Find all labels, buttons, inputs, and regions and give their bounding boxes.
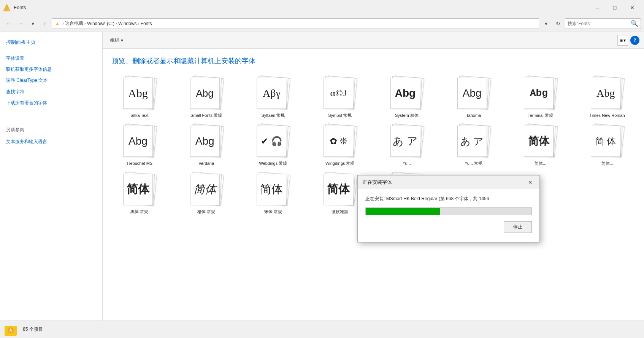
font-name-label: Yu... xyxy=(403,161,411,166)
font-item[interactable]: 简 体 简体... xyxy=(575,123,639,168)
dialog-title: 正在安装字体 xyxy=(362,179,526,186)
path-chevron-button[interactable]: ▾ xyxy=(541,18,551,29)
font-icon: 简体 xyxy=(254,173,292,207)
font-name-label: Times New Roman xyxy=(590,113,625,118)
sidebar-control-panel[interactable]: 控制面板主页 xyxy=(0,37,102,47)
font-item[interactable]: ✿ ❊ Wingdings 常规 xyxy=(308,123,372,168)
font-item[interactable]: Abg Trebuchet MS xyxy=(107,123,172,168)
path-icon: ▲ xyxy=(55,21,60,26)
toolbar-right: ⊞ ▾ ? xyxy=(617,35,639,46)
font-icon: あ ア xyxy=(388,125,426,159)
font-preview-text: あ ア xyxy=(460,135,484,148)
organize-button[interactable]: 组织 ▾ xyxy=(107,35,126,45)
font-icon: あ ア xyxy=(455,125,493,159)
page-front: Abg xyxy=(190,78,220,109)
sidebar-download-fonts[interactable]: 下载所有语言的字体 xyxy=(0,97,102,108)
font-name-label: 黑体 常规 xyxy=(130,209,148,214)
font-name-label: Sitka Text xyxy=(130,113,149,118)
font-item[interactable]: Abg Times New Roman xyxy=(575,75,639,120)
maximize-button[interactable]: □ xyxy=(606,0,623,15)
font-preview-text: ✔ 🎧 xyxy=(261,136,282,147)
minimize-button[interactable]: – xyxy=(588,0,606,15)
font-icon: α©J xyxy=(321,77,359,111)
page-front: Abg xyxy=(457,78,487,109)
font-icon: ✔ 🎧 xyxy=(254,125,292,159)
font-name-label: Small Fonts 常规 xyxy=(190,113,222,118)
font-item[interactable]: あ ア Yu... xyxy=(374,123,439,168)
font-preview-text: Abg xyxy=(128,135,148,147)
dialog-close-button[interactable]: ✕ xyxy=(526,178,535,187)
progress-bar-fill xyxy=(366,208,440,215)
path-separator: › xyxy=(62,21,64,26)
dialog-body: 正在安装: MSmart HK Bold Regular (第 668 个字体，… xyxy=(358,189,539,242)
font-preview-text: 简体 xyxy=(528,134,549,148)
progress-bar-background xyxy=(365,207,532,215)
sidebar-cleartype[interactable]: 调整 ClearType 文本 xyxy=(0,75,102,86)
sidebar-online-fonts[interactable]: 联机获取更多字体信息 xyxy=(0,64,102,75)
font-item[interactable]: Abg Small Fonts 常规 xyxy=(174,75,239,120)
path-part-2: Windows (C:) xyxy=(87,21,114,26)
page-front: ✿ ❊ xyxy=(324,126,353,157)
page-front: Abg xyxy=(190,126,220,157)
font-preview-text: Aβγ xyxy=(263,87,281,99)
font-preview-text: あ ア xyxy=(393,134,418,148)
page-front: 简体 xyxy=(257,174,286,205)
font-name-label: Trebuchet MS xyxy=(127,161,153,166)
font-item[interactable]: Abg Tahoma xyxy=(441,75,506,120)
font-item[interactable]: 简体 楷体 常规 xyxy=(174,171,239,217)
font-name-label: Verdana xyxy=(198,161,214,166)
recent-button[interactable]: ▾ xyxy=(27,18,38,29)
font-item[interactable]: Aβγ Sylfaen 常规 xyxy=(241,75,306,120)
page-front: 简 体 xyxy=(591,126,620,157)
address-path[interactable]: ▲ › 这台电脑 › Windows (C:) › Windows › Font… xyxy=(52,18,539,29)
close-button[interactable]: ✕ xyxy=(623,0,641,15)
font-item[interactable]: α©J Symbol 常规 xyxy=(308,75,372,120)
page-front: ✔ 🎧 xyxy=(257,126,286,157)
back-button[interactable]: ← xyxy=(3,18,14,29)
font-name-label: Webdings 常规 xyxy=(259,161,287,166)
font-icon: ✿ ❊ xyxy=(321,125,359,159)
help-button[interactable]: ? xyxy=(630,36,639,45)
search-box[interactable]: 🔍 xyxy=(565,18,641,29)
font-name-label: Tahoma xyxy=(466,113,481,118)
font-icon: 简体 xyxy=(121,173,159,207)
font-item[interactable]: Abg Sitka Text xyxy=(107,75,172,120)
sidebar-section-links: 字体设置 联机获取更多字体信息 调整 ClearType 文本 查找字符 下载所… xyxy=(0,53,102,108)
font-name-label: 简体... xyxy=(535,161,546,166)
sidebar: 控制面板主页 字体设置 联机获取更多字体信息 调整 ClearType 文本 查… xyxy=(0,32,103,320)
search-input[interactable] xyxy=(568,21,631,26)
sidebar-font-settings[interactable]: 字体设置 xyxy=(0,53,102,64)
font-item[interactable]: Abg Verdana xyxy=(174,123,239,168)
font-preview-text: α©J xyxy=(330,88,347,99)
font-item[interactable]: Abg Terminal 常规 xyxy=(508,75,573,120)
font-preview-text: 简体 xyxy=(327,182,350,197)
sidebar-also-section: 另请参阅 文本服务和输入语言 xyxy=(0,124,102,147)
page-front: Abg xyxy=(123,126,153,157)
view-button[interactable]: ⊞ ▾ xyxy=(617,35,628,46)
font-item[interactable]: 简体 黑体 常规 xyxy=(107,171,172,217)
font-icon: 简 体 xyxy=(588,125,626,159)
window-controls: – □ ✕ xyxy=(588,0,641,15)
font-icon: Abg xyxy=(521,77,559,111)
titlebar: Fonts – □ ✕ xyxy=(0,0,644,15)
font-item[interactable]: ✔ 🎧 Webdings 常规 xyxy=(241,123,306,168)
content-toolbar: 组织 ▾ ⊞ ▾ ? xyxy=(103,32,644,49)
forward-button[interactable]: → xyxy=(15,18,26,29)
page-front: Abg xyxy=(524,78,554,109)
refresh-button[interactable]: ↻ xyxy=(553,18,563,29)
path-part-3: Windows xyxy=(118,21,137,26)
font-icon: 简体 xyxy=(521,125,559,159)
stop-button[interactable]: 停止 xyxy=(504,221,532,233)
up-button[interactable]: ↑ xyxy=(40,18,50,29)
font-item[interactable]: 简体 简体... xyxy=(508,123,573,168)
sidebar-text-services[interactable]: 文本服务和输入语言 xyxy=(0,136,102,147)
page-heading-section: 预览、删除或者显示和隐藏计算机上安装的字体 xyxy=(103,49,644,72)
sidebar-find-char[interactable]: 查找字符 xyxy=(0,86,102,97)
dialog-titlebar: 正在安装字体 ✕ xyxy=(358,175,539,189)
statusbar: A 85 个项目 xyxy=(0,320,644,338)
font-item[interactable]: Abg System 粗体 xyxy=(374,75,439,120)
font-item[interactable]: あ ア Yu... 常规 xyxy=(441,123,506,168)
main-layout: 控制面板主页 字体设置 联机获取更多字体信息 调整 ClearType 文本 查… xyxy=(0,32,644,320)
page-front: 简体 xyxy=(123,174,153,205)
font-item[interactable]: 简体 宋体 常规 xyxy=(241,171,306,217)
